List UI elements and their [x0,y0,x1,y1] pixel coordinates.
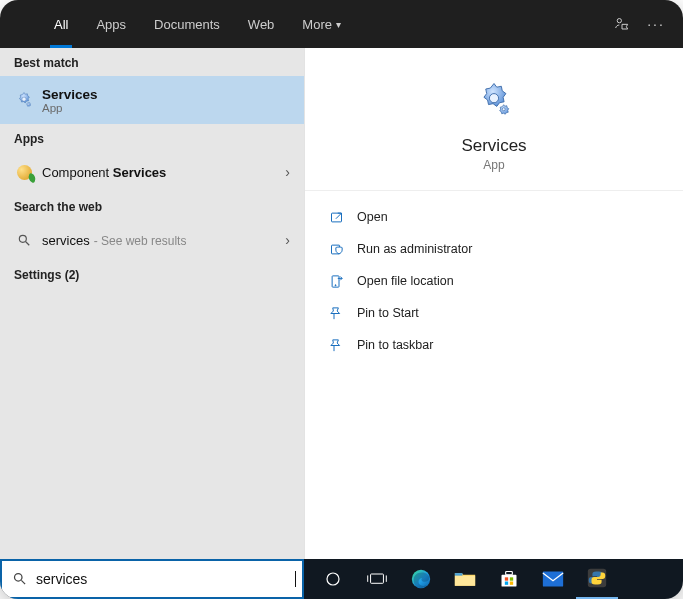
svg-line-14 [21,580,25,584]
svg-rect-24 [505,577,508,580]
action-pin-start[interactable]: Pin to Start [305,297,683,329]
web-result-item[interactable]: services - See web results › [0,220,304,260]
result-hint: - See web results [94,234,187,248]
svg-point-13 [15,574,23,582]
chevron-down-icon: ▾ [336,19,341,30]
detail-panel: Services App Open Run as administrator [304,48,683,559]
shield-icon [327,240,345,258]
tab-more[interactable]: More▾ [288,0,355,48]
detail-title: Services [461,136,526,156]
cortana-icon[interactable] [312,559,354,599]
action-open[interactable]: Open [305,201,683,233]
python-idle-icon[interactable] [576,559,618,599]
svg-rect-20 [455,576,475,586]
taskbar-icons [304,559,618,599]
pin-icon [327,336,345,354]
best-match-item[interactable]: Services App [0,76,304,124]
svg-point-1 [22,97,26,101]
search-body: Best match [0,48,683,559]
search-tabs: All Apps Documents Web More▾ [0,0,355,48]
svg-line-4 [26,242,30,246]
search-icon [12,571,28,587]
gear-icon [14,90,34,110]
taskbar [0,559,683,599]
detail-subtitle: App [483,158,504,172]
open-icon [327,208,345,226]
action-run-admin[interactable]: Run as administrator [305,233,683,265]
tab-apps[interactable]: Apps [82,0,140,48]
component-services-icon [14,162,34,182]
chevron-right-icon: › [285,232,290,248]
svg-point-6 [502,108,505,111]
detail-actions: Open Run as administrator Open file loca… [305,191,683,371]
result-text: Component Services [42,165,166,180]
search-input[interactable] [36,571,295,587]
result-subtitle: App [42,102,98,114]
svg-rect-21 [455,573,463,576]
edge-icon[interactable] [400,559,442,599]
svg-rect-26 [505,582,508,585]
svg-point-2 [28,104,29,105]
tab-web[interactable]: Web [234,0,289,48]
settings-header[interactable]: Settings (2) [0,260,304,288]
svg-rect-28 [543,571,563,586]
svg-rect-16 [371,574,384,583]
svg-rect-25 [510,577,513,580]
search-icon [14,230,34,250]
taskbar-search[interactable] [0,559,304,599]
file-explorer-icon[interactable] [444,559,486,599]
folder-icon [327,272,345,290]
apps-header: Apps [0,124,304,152]
text-cursor [295,571,296,587]
chevron-right-icon: › [285,164,290,180]
svg-point-15 [327,573,339,585]
svg-point-5 [489,94,498,103]
svg-point-10 [335,284,336,285]
svg-rect-23 [506,572,513,575]
svg-point-0 [617,19,621,23]
action-open-location[interactable]: Open file location [305,265,683,297]
tab-all[interactable]: All [40,0,82,48]
mail-icon[interactable] [532,559,574,599]
detail-hero: Services App [305,48,683,191]
svg-point-3 [19,235,26,242]
search-window: All Apps Documents Web More▾ ··· Best ma… [0,0,683,599]
web-header: Search the web [0,192,304,220]
gear-icon [472,78,516,122]
pin-icon [327,304,345,322]
search-topbar: All Apps Documents Web More▾ ··· [0,0,683,48]
tab-documents[interactable]: Documents [140,0,234,48]
feedback-icon[interactable] [605,0,639,48]
result-text: services [42,233,90,248]
svg-rect-22 [502,575,517,587]
svg-rect-27 [510,582,513,585]
results-panel: Best match [0,48,304,559]
result-title: Services [42,87,98,102]
best-match-header: Best match [0,48,304,76]
task-view-icon[interactable] [356,559,398,599]
apps-result-item[interactable]: Component Services › [0,152,304,192]
more-icon[interactable]: ··· [639,0,673,48]
action-pin-taskbar[interactable]: Pin to taskbar [305,329,683,361]
microsoft-store-icon[interactable] [488,559,530,599]
